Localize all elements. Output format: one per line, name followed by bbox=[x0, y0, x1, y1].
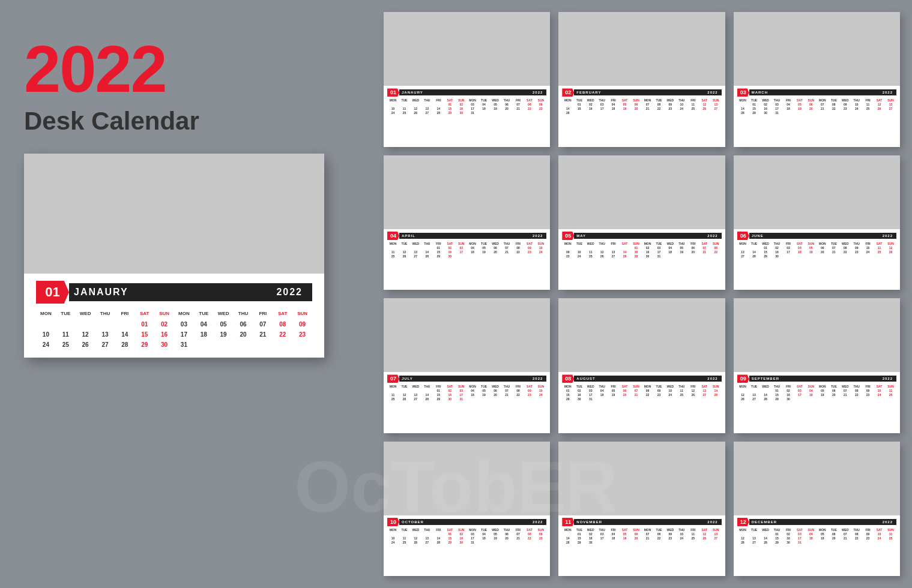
mini-date-cell: 01 bbox=[562, 389, 573, 392]
mini-image-area bbox=[734, 155, 900, 229]
mini-date-cell: 23 bbox=[862, 536, 874, 540]
mini-days-header: MONTUEWEDTHUFRISATSUNMONTUEWEDTHUFRISATS… bbox=[387, 385, 546, 388]
mini-date-cell: 12 bbox=[737, 393, 749, 397]
mini-date-cell: 22 bbox=[642, 393, 653, 397]
mini-date-cell: 26 bbox=[596, 254, 608, 258]
mini-date-cell: 07 bbox=[501, 389, 513, 392]
mini-date-cell bbox=[387, 246, 399, 250]
mini-date-cell: 19 bbox=[676, 250, 687, 254]
mini-month-name: JUNE bbox=[752, 234, 764, 238]
mini-date-cell: 01 bbox=[573, 103, 585, 106]
mini-date-cell bbox=[676, 541, 687, 544]
mini-day-header: SUN bbox=[535, 242, 546, 245]
mini-day-header: TUE bbox=[573, 528, 585, 532]
mini-date-cell bbox=[805, 397, 817, 401]
mini-date-cell: 10 bbox=[387, 536, 399, 540]
mini-month-banner: JANAURY2022 bbox=[399, 89, 546, 95]
mini-month-name: JULY bbox=[402, 377, 413, 380]
mini-date-cell: 11 bbox=[687, 103, 699, 106]
mini-date-cell bbox=[862, 111, 874, 115]
mini-day-header: FRI bbox=[782, 528, 794, 532]
mini-date-cell: 24 bbox=[874, 536, 885, 540]
mini-header: 09SEPTEMBER2022 bbox=[737, 374, 896, 383]
mini-date-cell: 03 bbox=[782, 246, 794, 250]
mini-date-cell: 26 bbox=[737, 397, 749, 401]
mini-day-header: SUN bbox=[805, 242, 817, 245]
mini-date-cell: 09 bbox=[862, 389, 874, 392]
mini-date-cell: 07 bbox=[642, 532, 653, 536]
mini-date-cell: 10 bbox=[535, 389, 546, 392]
mini-date-cell: 19 bbox=[490, 107, 501, 110]
mini-date-cell bbox=[410, 246, 421, 250]
mini-month-badge: 07 bbox=[387, 374, 399, 383]
mini-day-header: THU bbox=[772, 528, 783, 532]
preview-date-cell bbox=[115, 321, 134, 328]
mini-dates-grid: 0102030405060708091011121314151617181920… bbox=[387, 246, 546, 258]
mini-image-area bbox=[558, 298, 725, 372]
mini-month-badge: 10 bbox=[387, 518, 399, 526]
mini-day-header: FRI bbox=[512, 98, 524, 102]
mini-date-cell: 20 bbox=[817, 250, 828, 254]
mini-date-cell: 06 bbox=[619, 389, 630, 392]
mini-date-cell: 05 bbox=[676, 246, 687, 250]
mini-date-cell: 16 bbox=[444, 250, 456, 254]
mini-date-cell: 03 bbox=[467, 103, 479, 106]
mini-date-cell: 03 bbox=[596, 532, 608, 536]
mini-calendar-bottom: 11NOVEMBER2022MONTUEWEDTHUFRISATSUNMONTU… bbox=[558, 515, 725, 547]
mini-date-cell bbox=[410, 389, 421, 392]
mini-date-cell bbox=[399, 389, 410, 392]
mini-date-cell bbox=[760, 532, 772, 536]
mini-date-cell bbox=[399, 532, 410, 536]
mini-date-cell: 26 bbox=[399, 397, 410, 401]
mini-date-cell: 31 bbox=[467, 541, 479, 544]
mini-calendar-bottom: 01JANAURY2022MONTUEWEDTHUFRISATSUNMONTUE… bbox=[384, 86, 550, 117]
mini-date-cell: 07 bbox=[512, 532, 524, 536]
mini-date-cell bbox=[501, 254, 513, 258]
mini-date-cell: 28 bbox=[421, 397, 433, 401]
mini-date-cell: 02 bbox=[456, 532, 467, 536]
mini-date-cell bbox=[885, 111, 896, 115]
mini-date-cell: 30 bbox=[782, 397, 794, 401]
mini-date-cell bbox=[817, 541, 828, 544]
mini-date-cell bbox=[839, 541, 851, 544]
mini-date-cell: 02 bbox=[585, 103, 596, 106]
mini-calendar-bottom: 04APRIL2022MONTUEWEDTHUFRISATSUNMONTUEWE… bbox=[384, 229, 550, 260]
mini-date-cell: 20 bbox=[828, 393, 839, 397]
mini-date-cell: 02 bbox=[585, 532, 596, 536]
mini-month-banner: DECEMBER2022 bbox=[749, 519, 896, 525]
mini-date-cell: 31 bbox=[794, 541, 805, 544]
mini-month-name: DECEMBER bbox=[752, 520, 777, 524]
mini-days-header: MONTUEWEDTHUFRISATSUNMONTUEWEDTHUFRISATS… bbox=[737, 528, 896, 532]
mini-date-cell bbox=[828, 541, 839, 544]
mini-date-cell bbox=[794, 397, 805, 401]
mini-date-cell: 05 bbox=[479, 389, 490, 392]
mini-date-cell: 09 bbox=[535, 532, 546, 536]
mini-month-name: OCTOBER bbox=[402, 520, 424, 524]
mini-date-cell: 01 bbox=[760, 246, 772, 250]
mini-date-cell: 04 bbox=[665, 246, 676, 250]
mini-date-cell bbox=[399, 103, 410, 106]
mini-date-cell: 28 bbox=[760, 541, 772, 544]
mini-days-header: MONTUEWEDTHUFRISATSUNMONTUEWEDTHUFRISATS… bbox=[562, 385, 721, 388]
mini-day-header: TUE bbox=[749, 242, 760, 245]
mini-date-cell: 04 bbox=[467, 389, 479, 392]
mini-day-header: WED bbox=[410, 242, 421, 245]
mini-day-header: THU bbox=[501, 528, 513, 532]
mini-date-cell: 15 bbox=[433, 250, 444, 254]
mini-image-area bbox=[384, 155, 550, 229]
mini-day-header: MON bbox=[817, 242, 828, 245]
mini-date-cell: 24 bbox=[665, 393, 676, 397]
mini-days-header: MONTUEWEDTHUFRISATSUNMONTUEWEDTHUFRISATS… bbox=[737, 98, 896, 102]
preview-date-cell bbox=[36, 321, 56, 328]
mini-date-cell bbox=[687, 397, 699, 401]
mini-day-header: MON bbox=[467, 98, 479, 102]
mini-date-cell: 28 bbox=[433, 111, 444, 115]
mini-date-cell bbox=[421, 532, 433, 536]
mini-date-cell: 04 bbox=[479, 532, 490, 536]
mini-date-cell: 17 bbox=[794, 393, 805, 397]
mini-date-cell bbox=[512, 111, 524, 115]
preview-date-cell bbox=[214, 341, 234, 348]
mini-date-cell: 30 bbox=[782, 541, 794, 544]
preview-date-cell: 18 bbox=[194, 331, 214, 338]
mini-date-cell: 27 bbox=[410, 254, 421, 258]
